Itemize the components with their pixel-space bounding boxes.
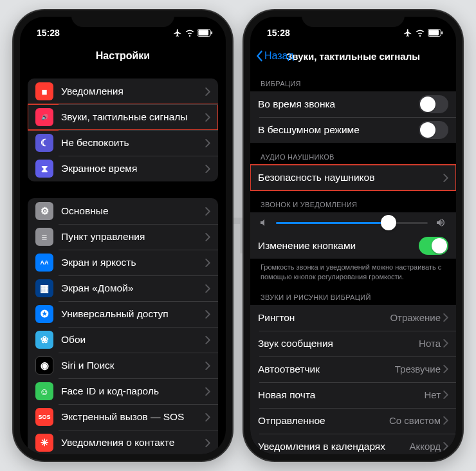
battery-icon xyxy=(428,29,443,37)
grid-icon: ▦ xyxy=(35,279,53,297)
row-label: Не беспокоить xyxy=(61,137,205,149)
switches-icon: ≡ xyxy=(35,228,53,246)
chevron-right-icon xyxy=(205,413,210,421)
sound-row[interactable]: Новая почтаНет xyxy=(250,382,456,408)
chevron-right-icon xyxy=(205,336,210,344)
settings-row[interactable]: ✳Уведомления о контакте xyxy=(28,430,218,454)
settings-row[interactable]: ⧗Экранное время xyxy=(28,156,218,181)
settings-row[interactable]: ⚙Основные xyxy=(28,198,218,224)
row-headphone-safety[interactable]: Безопасность наушников xyxy=(250,165,456,190)
row-value: Со свистом xyxy=(389,415,441,426)
chevron-right-icon xyxy=(443,391,448,399)
status-time: 15:28 xyxy=(267,28,290,38)
row-label: Во время звонка xyxy=(258,98,419,110)
row-label: Универсальный доступ xyxy=(61,308,205,320)
phone-right: 15:28 Назад Звуки, тактильные сигналы ВИ… xyxy=(244,10,462,461)
row-vibrate-silent[interactable]: В бесшумном режиме xyxy=(250,117,456,143)
sound-row[interactable]: Уведомления в календаряхАккорд xyxy=(250,434,456,454)
toggle-change-buttons[interactable] xyxy=(419,237,448,255)
row-label: Уведомления о контакте xyxy=(61,437,205,448)
chevron-right-icon xyxy=(443,174,448,182)
volume-low-icon xyxy=(259,217,270,228)
section-sounds: ЗВУКИ И РИСУНКИ ВИБРАЦИЙ xyxy=(250,283,456,305)
row-label: Безопасность наушников xyxy=(258,172,443,183)
settings-row[interactable]: AAЭкран и яркость xyxy=(28,250,218,275)
row-value: Трезвучие xyxy=(395,364,441,374)
status-icons xyxy=(173,28,213,37)
page-title: Звуки, тактильные сигналы xyxy=(286,51,420,62)
bell-icon: ■ xyxy=(35,82,53,100)
svg-rect-4 xyxy=(428,30,439,35)
svg-rect-2 xyxy=(211,32,212,35)
toggle-vibrate-ring[interactable] xyxy=(419,95,448,113)
back-label: Назад xyxy=(264,50,294,62)
row-label: Siri и Поиск xyxy=(61,360,205,371)
row-label: Экран «Домой» xyxy=(61,282,205,294)
chevron-right-icon xyxy=(205,310,210,319)
faceid-icon: ☺ xyxy=(35,382,53,400)
settings-group-2: ⚙Основные≡Пункт управленияAAЭкран и ярко… xyxy=(28,198,218,454)
row-label: Обои xyxy=(61,334,205,346)
settings-content[interactable]: ■Уведомления🔊Звуки, тактильные сигналы☾Н… xyxy=(20,69,226,454)
row-label: Основные xyxy=(61,205,205,217)
settings-row[interactable]: 🔊Звуки, тактильные сигналы xyxy=(28,104,218,130)
chevron-right-icon xyxy=(205,207,210,216)
settings-group-1: ■Уведомления🔊Звуки, тактильные сигналы☾Н… xyxy=(28,78,218,181)
row-label: Рингтон xyxy=(258,312,390,324)
sound-row[interactable]: ОтправленноеСо свистом xyxy=(250,408,456,434)
settings-row[interactable]: ■Уведомления xyxy=(28,78,218,104)
sos-icon: SOS xyxy=(35,408,53,426)
toggle-vibrate-silent[interactable] xyxy=(419,121,448,139)
ringer-group: Изменение кнопками xyxy=(250,212,456,259)
row-vibrate-ring[interactable]: Во время звонка xyxy=(250,91,456,117)
gear-icon: ⚙ xyxy=(35,202,53,220)
back-button[interactable]: Назад xyxy=(255,50,294,62)
row-label: Отправленное xyxy=(258,415,389,427)
settings-row[interactable]: ≡Пункт управления xyxy=(28,224,218,250)
aa-icon: AA xyxy=(35,254,53,272)
volume-slider-row[interactable] xyxy=(250,212,456,233)
sound-row[interactable]: РингтонОтражение xyxy=(250,305,456,331)
nav-bar-right: Назад Звуки, тактильные сигналы xyxy=(250,42,456,69)
phone-left: 15:28 Настройки ■Уведомления🔊Звуки, такт… xyxy=(14,10,232,461)
section-ringer: ЗВОНОК И УВЕДОМЛЕНИЯ xyxy=(250,190,456,212)
settings-row[interactable]: ✪Универсальный доступ xyxy=(28,301,218,327)
screen-right: 15:28 Назад Звуки, тактильные сигналы ВИ… xyxy=(250,17,456,454)
settings-row[interactable]: SOSЭкстренный вызов — SOS xyxy=(28,404,218,430)
row-label: Звук сообщения xyxy=(258,338,419,349)
exposure-icon: ✳ xyxy=(35,434,53,452)
battery-icon xyxy=(197,29,213,37)
row-label: Экстренный вызов — SOS xyxy=(61,411,205,423)
row-value: Отражение xyxy=(390,312,441,323)
settings-row[interactable]: ☾Не беспокоить xyxy=(28,130,218,156)
settings-row[interactable]: ▦Экран «Домой» xyxy=(28,275,218,301)
sound-row[interactable]: Звук сообщенияНота xyxy=(250,331,456,356)
hourglass-icon: ⧗ xyxy=(35,160,53,178)
chevron-right-icon xyxy=(443,313,448,322)
wallpaper-icon: ❀ xyxy=(35,331,53,349)
row-label: Экран и яркость xyxy=(61,257,205,268)
row-label: Изменение кнопками xyxy=(258,240,419,252)
row-change-buttons[interactable]: Изменение кнопками xyxy=(250,233,456,259)
volume-high-icon xyxy=(434,217,447,228)
siri-icon: ◉ xyxy=(35,356,53,374)
settings-row[interactable]: ☺Face ID и код-пароль xyxy=(28,378,218,404)
settings-row[interactable]: ❀Обои xyxy=(28,327,218,353)
sounds-content[interactable]: ВИБРАЦИЯ Во время звонка В бесшумном реж… xyxy=(250,69,456,454)
chevron-right-icon xyxy=(205,88,210,96)
chevron-left-icon xyxy=(255,50,263,62)
chevron-right-icon xyxy=(443,416,448,425)
speaker-icon: 🔊 xyxy=(35,108,53,126)
status-time: 15:28 xyxy=(37,28,60,38)
accessibility-icon: ✪ xyxy=(35,305,53,323)
wifi-icon xyxy=(185,28,195,37)
chevron-right-icon xyxy=(205,439,210,447)
notch xyxy=(302,10,405,27)
volume-slider[interactable] xyxy=(276,222,428,224)
status-icons xyxy=(403,28,443,37)
settings-row[interactable]: ◉Siri и Поиск xyxy=(28,353,218,378)
headphone-group: Безопасность наушников xyxy=(250,165,456,190)
row-label: Звуки, тактильные сигналы xyxy=(61,111,205,123)
sound-row[interactable]: АвтоответчикТрезвучие xyxy=(250,356,456,382)
chevron-right-icon xyxy=(443,442,448,450)
